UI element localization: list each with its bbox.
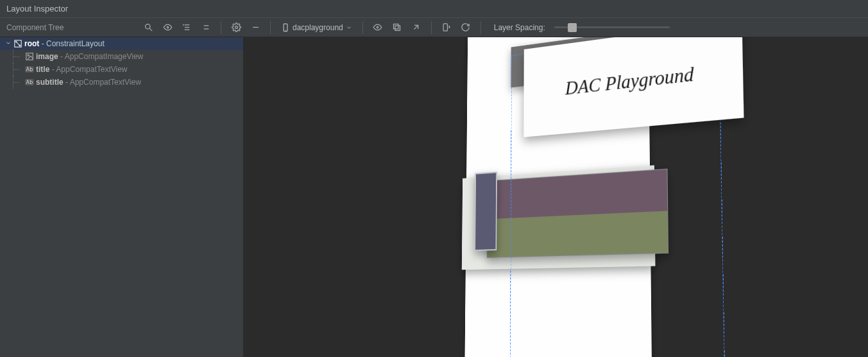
tree-guide (13, 63, 24, 76)
layer-image-frame[interactable] (475, 171, 498, 251)
tree-node-root[interactable]: root - ConstraintLayout (0, 37, 243, 50)
process-name: dacplayground (293, 23, 343, 32)
separator (270, 21, 271, 34)
svg-rect-15 (443, 24, 447, 31)
component-tree-panel: root - ConstraintLayout image - AppCompa… (0, 37, 244, 357)
node-name: root (24, 39, 39, 48)
svg-line-19 (17, 42, 20, 46)
svg-rect-13 (394, 24, 399, 30)
separator (481, 21, 481, 34)
text-icon: Ab (24, 79, 35, 85)
tree-node-image[interactable]: image - AppCompatImageView (0, 50, 243, 63)
svg-point-12 (377, 26, 379, 28)
panel-title: Component Tree (0, 23, 141, 32)
settings-icon[interactable] (229, 21, 243, 35)
tree-node-title[interactable]: Ab title - AppCompatTextView (0, 63, 243, 76)
tree-toolbar: dacplayground Layer Spacing: (141, 18, 670, 37)
export-icon[interactable] (409, 21, 423, 35)
search-icon[interactable] (141, 21, 155, 35)
text-icon: Ab (24, 66, 35, 73)
visibility-toggle-icon[interactable] (371, 21, 385, 35)
tree-guide (13, 76, 24, 89)
node-name: title (36, 65, 49, 74)
title-text: DAC Playground (565, 62, 694, 100)
node-class: - AppCompatTextView (49, 65, 127, 74)
layer-spacing-slider[interactable] (554, 21, 670, 34)
overlay-icon[interactable] (390, 21, 404, 35)
process-dropdown[interactable]: dacplayground (278, 23, 355, 32)
layout-3d-canvas[interactable]: DAC Playground (244, 37, 868, 357)
device-icon (281, 23, 290, 32)
svg-point-2 (167, 26, 169, 28)
expander-icon[interactable] (5, 39, 13, 48)
node-class: - ConstraintLayout (39, 39, 104, 48)
refresh-icon[interactable] (459, 21, 473, 35)
svg-point-0 (145, 24, 150, 30)
svg-point-21 (28, 55, 29, 56)
tree-guide (13, 50, 24, 63)
node-class: - AppCompatTextView (64, 78, 141, 87)
main-toolbar: Component Tree dacplayground (0, 18, 868, 37)
node-name: image (36, 52, 58, 61)
separator (221, 21, 221, 34)
node-name: subtitle (36, 78, 64, 87)
window-title: Layout Inspector (6, 4, 68, 13)
separator (431, 21, 432, 34)
svg-line-1 (149, 28, 152, 31)
layout-icon (13, 39, 23, 48)
chevron-down-icon (346, 24, 352, 31)
window-title-bar: Layout Inspector (0, 0, 868, 18)
minimize-icon[interactable] (248, 21, 262, 35)
layer-spacing-label: Layer Spacing: (494, 23, 545, 32)
live-updates-icon[interactable] (439, 21, 454, 35)
image-icon (24, 52, 35, 61)
node-class: - AppCompatImageView (58, 52, 144, 61)
tree-node-subtitle[interactable]: Ab subtitle - AppCompatTextView (0, 76, 243, 89)
svg-rect-20 (26, 53, 33, 60)
collapse-all-icon[interactable] (199, 21, 213, 35)
expand-all-icon[interactable] (180, 21, 194, 35)
svg-rect-14 (395, 26, 400, 31)
separator (362, 21, 363, 34)
slider-thumb[interactable] (568, 23, 577, 32)
visibility-icon[interactable] (160, 21, 174, 35)
svg-point-8 (235, 26, 237, 29)
